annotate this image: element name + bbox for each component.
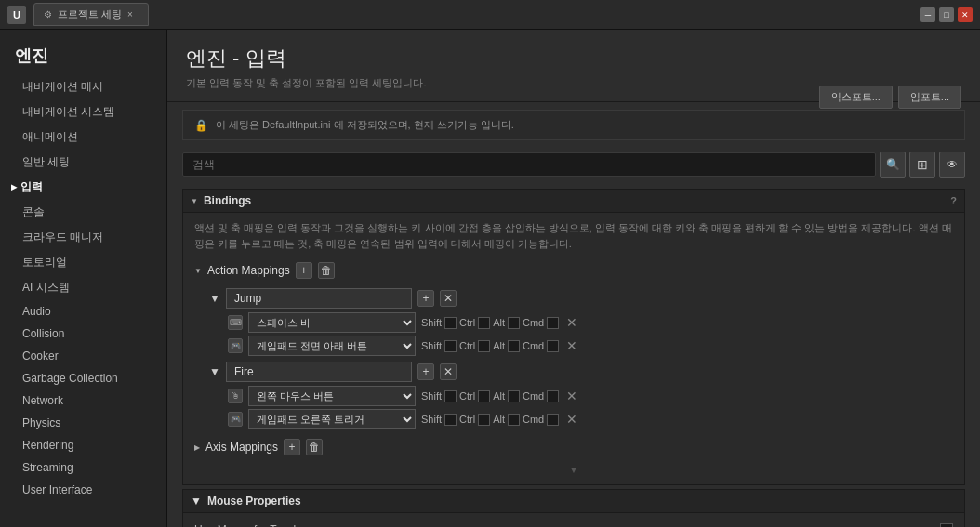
sidebar-item-animation[interactable]: 애니메이션 bbox=[0, 125, 166, 150]
sidebar-item-general-settings[interactable]: 일반 세팅 bbox=[0, 150, 166, 175]
add-action-mapping-button[interactable]: + bbox=[296, 262, 312, 279]
sidebar-item-network[interactable]: Network bbox=[0, 389, 166, 412]
maximize-button[interactable]: □ bbox=[939, 7, 954, 22]
gear-icon: ⚙ bbox=[44, 9, 52, 20]
search-button[interactable]: 🔍 bbox=[880, 152, 906, 178]
jump-name-input[interactable] bbox=[226, 288, 412, 309]
sidebar-item-input[interactable]: ▶ 입력 bbox=[0, 175, 166, 200]
info-bar: 🔒 이 세팅은 DefaultInput.ini 에 저장되었으며, 현재 쓰기… bbox=[182, 110, 965, 140]
mouse-section-label: Mouse Properties bbox=[207, 494, 301, 507]
ctrl-label-f0: Ctrl bbox=[459, 390, 475, 402]
mouse-properties-section: ▼ Mouse Properties Use Mouse for Touch bbox=[182, 489, 965, 527]
sidebar-item-input-label: 입력 bbox=[20, 179, 43, 195]
search-bar: 🔍 ⊞ 👁 bbox=[182, 152, 965, 178]
alt-label-0: Alt bbox=[493, 317, 505, 328]
sidebar-item-audio[interactable]: Audio bbox=[0, 300, 166, 323]
cmd-checkbox-0[interactable] bbox=[547, 317, 559, 329]
sidebar-item-navigation-system[interactable]: 내비게이션 시스템 bbox=[0, 99, 166, 125]
alt-checkbox-f0[interactable] bbox=[508, 390, 520, 402]
alt-checkbox-0[interactable] bbox=[508, 317, 520, 329]
ctrl-checkbox-1[interactable] bbox=[478, 340, 490, 352]
fire-key-row-1: 🎮 게임패드 오른쪽 트리거 Shift Ctrl Alt bbox=[228, 409, 953, 429]
alt-checkbox-f1[interactable] bbox=[508, 414, 520, 426]
add-axis-mapping-button[interactable]: + bbox=[284, 439, 300, 455]
delete-fire-button[interactable]: ✕ bbox=[440, 363, 457, 380]
close-button[interactable]: ✕ bbox=[958, 7, 973, 22]
jump-modifiers-0: Shift Ctrl Alt Cmd bbox=[421, 317, 559, 329]
sidebar-item-collision[interactable]: Collision bbox=[0, 323, 166, 345]
cmd-checkbox-1[interactable] bbox=[547, 340, 559, 352]
sidebar-item-garbage-collection[interactable]: Garbage Collection bbox=[0, 367, 166, 389]
content-header-area: 엔진 - 입력 기본 입력 동작 및 축 설정이 포함된 입력 세팅입니다. 익… bbox=[167, 30, 980, 102]
alt-checkbox-1[interactable] bbox=[508, 340, 520, 352]
bindings-collapse-icon: ▼ bbox=[191, 197, 198, 205]
ctrl-checkbox-f0[interactable] bbox=[478, 390, 490, 402]
sidebar-item-console[interactable]: 콘솔 bbox=[0, 200, 166, 225]
shift-checkbox-1[interactable] bbox=[444, 340, 457, 352]
scroll-indicator-1: ▼ bbox=[194, 463, 953, 477]
sidebar-item-streaming[interactable]: Streaming bbox=[0, 456, 166, 479]
cmd-checkbox-f1[interactable] bbox=[547, 414, 559, 426]
spacebar-key-icon: ⌨ bbox=[228, 315, 243, 330]
search-input[interactable] bbox=[182, 152, 876, 177]
content-scroll: ▼ Bindings ? 액션 및 축 매핑은 입력 동작과 그것을 실행하는 … bbox=[167, 185, 980, 527]
sidebar-item-physics[interactable]: Physics bbox=[0, 412, 166, 434]
action-mappings-label: Action Mappings bbox=[207, 264, 290, 277]
fire-key-select-0[interactable]: 왼쪽 마우스 버튼 bbox=[248, 386, 416, 406]
jump-key-select-1[interactable]: 게임패드 전면 아래 버튼 bbox=[248, 336, 416, 356]
shift-checkbox-0[interactable] bbox=[444, 317, 457, 329]
add-fire-key-button[interactable]: + bbox=[417, 363, 434, 380]
sidebar-item-cooker[interactable]: Cooker bbox=[0, 345, 166, 367]
cmd-checkbox-f0[interactable] bbox=[547, 390, 559, 402]
title-bar: U ⚙ 프로젝트 세팅 × ─ □ ✕ bbox=[0, 0, 980, 30]
ctrl-checkbox-f1[interactable] bbox=[478, 414, 490, 426]
mouse-section-header[interactable]: ▼ Mouse Properties bbox=[182, 489, 965, 513]
action-mappings-collapse-icon: ▼ bbox=[194, 267, 202, 275]
shift-checkbox-f0[interactable] bbox=[444, 390, 457, 402]
sidebar-item-user-interface[interactable]: User Interface bbox=[0, 479, 166, 501]
fire-collapse-icon: ▼ bbox=[209, 365, 220, 378]
shift-label-f0: Shift bbox=[421, 390, 442, 402]
delete-jump-key-row-0[interactable]: ✕ bbox=[564, 315, 579, 330]
grid-view-button[interactable]: ⊞ bbox=[909, 152, 935, 178]
export-button[interactable]: 익스포트... bbox=[819, 86, 893, 109]
sidebar-item-rendering[interactable]: Rendering bbox=[0, 434, 166, 456]
bindings-section-header[interactable]: ▼ Bindings ? bbox=[182, 189, 965, 213]
bindings-description: 액션 및 축 매핑은 입력 동작과 그것을 실행하는 키 사이에 간접 층을 삽… bbox=[194, 220, 953, 251]
delete-axis-mapping-button[interactable]: 🗑 bbox=[306, 439, 323, 455]
sidebar-group-label: 엔진 bbox=[0, 30, 166, 74]
gamepad-key-icon-0: 🎮 bbox=[228, 338, 243, 353]
sidebar-item-navigation-mesh[interactable]: 내비게이션 메시 bbox=[0, 74, 166, 99]
fire-name-input[interactable] bbox=[226, 362, 412, 382]
ctrl-label-1: Ctrl bbox=[459, 340, 475, 351]
visibility-button[interactable]: 👁 bbox=[939, 152, 965, 178]
use-mouse-touch-checkbox[interactable] bbox=[940, 523, 953, 527]
jump-key-row-1: 🎮 게임패드 전면 아래 버튼 Shift Ctrl Alt bbox=[228, 336, 953, 356]
minimize-button[interactable]: ─ bbox=[920, 7, 935, 22]
close-tab-icon[interactable]: × bbox=[127, 9, 133, 20]
jump-group-header: ▼ + ✕ bbox=[209, 288, 953, 309]
shift-checkbox-f1[interactable] bbox=[444, 414, 457, 426]
delete-jump-key-row-1[interactable]: ✕ bbox=[564, 338, 579, 353]
fire-key-select-1[interactable]: 게임패드 오른쪽 트리거 bbox=[248, 409, 416, 429]
sidebar-item-tutorial[interactable]: 토토리얼 bbox=[0, 250, 166, 275]
ctrl-checkbox-0[interactable] bbox=[478, 317, 490, 329]
action-mappings-header: ▼ Action Mappings + 🗑 bbox=[194, 258, 953, 283]
gamepad-key-icon-1: 🎮 bbox=[228, 412, 243, 427]
delete-jump-button[interactable]: ✕ bbox=[440, 290, 457, 307]
main-layout: 엔진 내비게이션 메시 내비게이션 시스템 애니메이션 일반 세팅 ▶ 입력 콘… bbox=[0, 30, 980, 527]
jump-key-select-0[interactable]: 스페이스 바 bbox=[248, 312, 416, 333]
content-area: 엔진 - 입력 기본 입력 동작 및 축 설정이 포함된 입력 세팅입니다. 익… bbox=[167, 30, 980, 527]
sidebar-item-crowd-manager[interactable]: 크라우드 매니저 bbox=[0, 225, 166, 250]
delete-action-mapping-button[interactable]: 🗑 bbox=[318, 262, 335, 279]
import-button[interactable]: 임포트... bbox=[898, 86, 961, 109]
delete-fire-key-row-0[interactable]: ✕ bbox=[564, 389, 579, 403]
fire-modifiers-1: Shift Ctrl Alt Cmd bbox=[421, 414, 559, 426]
info-text: 이 세팅은 DefaultInput.ini 에 저장되었으며, 현재 쓰기가능… bbox=[216, 118, 514, 132]
sidebar-item-ai-system[interactable]: AI 시스템 bbox=[0, 275, 166, 300]
delete-fire-key-row-1[interactable]: ✕ bbox=[564, 412, 579, 427]
fire-key-row-0: 🖱 왼쪽 마우스 버튼 Shift Ctrl Alt bbox=[228, 386, 953, 406]
jump-collapse-icon: ▼ bbox=[209, 292, 220, 305]
add-jump-key-button[interactable]: + bbox=[417, 290, 434, 307]
jump-mapping-group: ▼ + ✕ ⌨ 스페이스 바 Sh bbox=[209, 288, 953, 356]
